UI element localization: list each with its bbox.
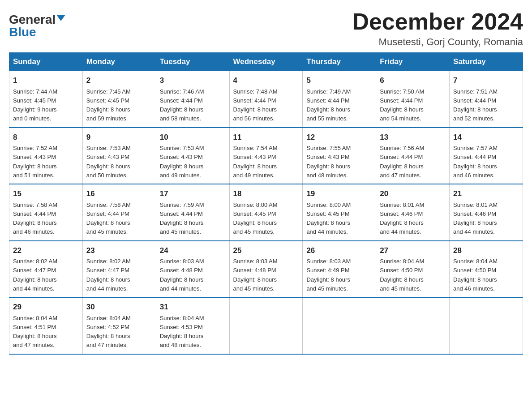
calendar-cell: 5 Sunrise: 7:49 AMSunset: 4:44 PMDayligh… — [303, 71, 376, 128]
weekday-header-thursday: Thursday — [303, 53, 376, 71]
weekday-header-saturday: Saturday — [450, 53, 523, 71]
calendar-cell: 30 Sunrise: 8:04 AMSunset: 4:52 PMDaylig… — [82, 297, 156, 354]
day-info: Sunrise: 7:53 AMSunset: 4:43 PMDaylight:… — [160, 145, 204, 179]
calendar-cell: 31 Sunrise: 8:04 AMSunset: 4:53 PMDaylig… — [156, 297, 229, 354]
calendar-cell: 23 Sunrise: 8:02 AMSunset: 4:47 PMDaylig… — [82, 241, 156, 298]
weekday-header-tuesday: Tuesday — [156, 53, 229, 71]
day-info: Sunrise: 7:56 AMSunset: 4:44 PMDaylight:… — [380, 145, 424, 179]
calendar-cell: 19 Sunrise: 8:00 AMSunset: 4:45 PMDaylig… — [303, 184, 376, 241]
weekday-header-row: SundayMondayTuesdayWednesdayThursdayFrid… — [9, 53, 523, 71]
day-info: Sunrise: 8:00 AMSunset: 4:45 PMDaylight:… — [233, 201, 278, 235]
calendar-cell: 16 Sunrise: 7:58 AMSunset: 4:44 PMDaylig… — [82, 184, 156, 241]
day-number: 26 — [306, 245, 372, 257]
day-info: Sunrise: 7:46 AMSunset: 4:44 PMDaylight:… — [160, 88, 204, 122]
weekday-header-sunday: Sunday — [9, 53, 83, 71]
day-info: Sunrise: 7:51 AMSunset: 4:44 PMDaylight:… — [453, 88, 498, 122]
day-number: 3 — [160, 75, 226, 86]
day-number: 30 — [86, 301, 152, 313]
calendar-cell: 8 Sunrise: 7:52 AMSunset: 4:43 PMDayligh… — [9, 128, 83, 184]
day-info: Sunrise: 8:04 AMSunset: 4:52 PMDaylight:… — [86, 315, 131, 349]
calendar-week-row: 29 Sunrise: 8:04 AMSunset: 4:51 PMDaylig… — [9, 297, 523, 354]
calendar-cell: 26 Sunrise: 8:03 AMSunset: 4:49 PMDaylig… — [303, 241, 376, 298]
day-number: 1 — [13, 75, 79, 86]
day-info: Sunrise: 7:54 AMSunset: 4:43 PMDaylight:… — [233, 145, 278, 179]
day-number: 29 — [13, 301, 79, 313]
location-title: Musetesti, Gorj County, Romania — [352, 36, 523, 48]
day-number: 27 — [380, 245, 446, 257]
day-number: 15 — [13, 188, 79, 200]
day-number: 22 — [13, 245, 79, 257]
calendar-cell — [376, 297, 450, 354]
day-number: 16 — [86, 188, 152, 200]
day-info: Sunrise: 8:04 AMSunset: 4:50 PMDaylight:… — [380, 258, 424, 292]
day-number: 5 — [306, 75, 372, 86]
calendar-cell: 3 Sunrise: 7:46 AMSunset: 4:44 PMDayligh… — [156, 71, 229, 128]
calendar-cell: 2 Sunrise: 7:45 AMSunset: 4:45 PMDayligh… — [82, 71, 156, 128]
day-info: Sunrise: 7:53 AMSunset: 4:43 PMDaylight:… — [86, 145, 131, 179]
calendar-cell: 27 Sunrise: 8:04 AMSunset: 4:50 PMDaylig… — [376, 241, 450, 298]
day-number: 8 — [13, 132, 79, 143]
day-number: 10 — [160, 132, 226, 143]
calendar-week-row: 1 Sunrise: 7:44 AMSunset: 4:45 PMDayligh… — [9, 71, 523, 128]
calendar-cell: 7 Sunrise: 7:51 AMSunset: 4:44 PMDayligh… — [450, 71, 523, 128]
calendar-cell: 15 Sunrise: 7:58 AMSunset: 4:44 PMDaylig… — [9, 184, 83, 241]
day-info: Sunrise: 8:03 AMSunset: 4:48 PMDaylight:… — [160, 258, 204, 292]
day-info: Sunrise: 8:02 AMSunset: 4:47 PMDaylight:… — [13, 258, 57, 292]
calendar-cell — [303, 297, 376, 354]
calendar-week-row: 22 Sunrise: 8:02 AMSunset: 4:47 PMDaylig… — [9, 241, 523, 298]
day-info: Sunrise: 7:59 AMSunset: 4:44 PMDaylight:… — [160, 201, 204, 235]
day-info: Sunrise: 7:49 AMSunset: 4:44 PMDaylight:… — [306, 88, 351, 122]
calendar-cell — [450, 297, 523, 354]
day-number: 6 — [380, 75, 446, 86]
calendar-cell: 6 Sunrise: 7:50 AMSunset: 4:44 PMDayligh… — [376, 71, 450, 128]
day-number: 2 — [86, 75, 152, 86]
calendar-cell: 25 Sunrise: 8:03 AMSunset: 4:48 PMDaylig… — [229, 241, 303, 298]
month-title: December 2024 — [352, 9, 523, 34]
day-number: 21 — [453, 188, 519, 200]
day-info: Sunrise: 8:01 AMSunset: 4:46 PMDaylight:… — [453, 201, 498, 235]
calendar-cell: 10 Sunrise: 7:53 AMSunset: 4:43 PMDaylig… — [156, 128, 229, 184]
day-number: 4 — [233, 75, 299, 86]
calendar-cell: 12 Sunrise: 7:55 AMSunset: 4:43 PMDaylig… — [303, 128, 376, 184]
calendar-week-row: 15 Sunrise: 7:58 AMSunset: 4:44 PMDaylig… — [9, 184, 523, 241]
calendar-cell: 28 Sunrise: 8:04 AMSunset: 4:50 PMDaylig… — [450, 241, 523, 298]
calendar-cell: 13 Sunrise: 7:56 AMSunset: 4:44 PMDaylig… — [376, 128, 450, 184]
calendar-cell: 17 Sunrise: 7:59 AMSunset: 4:44 PMDaylig… — [156, 184, 229, 241]
calendar-cell: 18 Sunrise: 8:00 AMSunset: 4:45 PMDaylig… — [229, 184, 303, 241]
calendar-cell: 21 Sunrise: 8:01 AMSunset: 4:46 PMDaylig… — [450, 184, 523, 241]
logo-triangle-icon — [56, 15, 65, 21]
day-info: Sunrise: 7:45 AMSunset: 4:45 PMDaylight:… — [86, 88, 131, 122]
day-number: 24 — [160, 245, 226, 257]
day-number: 11 — [233, 132, 299, 143]
calendar-cell: 29 Sunrise: 8:04 AMSunset: 4:51 PMDaylig… — [9, 297, 83, 354]
day-number: 19 — [306, 188, 372, 200]
logo: General Blue — [9, 9, 65, 39]
day-number: 12 — [306, 132, 372, 143]
day-info: Sunrise: 7:58 AMSunset: 4:44 PMDaylight:… — [13, 201, 57, 235]
day-info: Sunrise: 8:00 AMSunset: 4:45 PMDaylight:… — [306, 201, 351, 235]
title-block: December 2024 Musetesti, Gorj County, Ro… — [352, 9, 523, 48]
day-info: Sunrise: 8:04 AMSunset: 4:50 PMDaylight:… — [453, 258, 498, 292]
day-number: 7 — [453, 75, 519, 86]
day-number: 25 — [233, 245, 299, 257]
calendar-cell: 22 Sunrise: 8:02 AMSunset: 4:47 PMDaylig… — [9, 241, 83, 298]
day-number: 9 — [86, 132, 152, 143]
logo-general: General — [9, 13, 56, 26]
day-info: Sunrise: 8:01 AMSunset: 4:46 PMDaylight:… — [380, 201, 424, 235]
calendar-cell: 11 Sunrise: 7:54 AMSunset: 4:43 PMDaylig… — [229, 128, 303, 184]
calendar-cell: 9 Sunrise: 7:53 AMSunset: 4:43 PMDayligh… — [82, 128, 156, 184]
calendar-cell: 24 Sunrise: 8:03 AMSunset: 4:48 PMDaylig… — [156, 241, 229, 298]
weekday-header-wednesday: Wednesday — [229, 53, 303, 71]
day-number: 18 — [233, 188, 299, 200]
day-info: Sunrise: 7:52 AMSunset: 4:43 PMDaylight:… — [13, 145, 57, 179]
day-info: Sunrise: 7:55 AMSunset: 4:43 PMDaylight:… — [306, 145, 351, 179]
day-number: 17 — [160, 188, 226, 200]
page-header: General Blue December 2024 Musetesti, Go… — [9, 9, 523, 48]
day-info: Sunrise: 8:04 AMSunset: 4:53 PMDaylight:… — [160, 315, 204, 349]
weekday-header-monday: Monday — [82, 53, 156, 71]
calendar-cell: 20 Sunrise: 8:01 AMSunset: 4:46 PMDaylig… — [376, 184, 450, 241]
day-info: Sunrise: 7:48 AMSunset: 4:44 PMDaylight:… — [233, 88, 278, 122]
day-info: Sunrise: 7:57 AMSunset: 4:44 PMDaylight:… — [453, 145, 498, 179]
weekday-header-friday: Friday — [376, 53, 450, 71]
day-number: 28 — [453, 245, 519, 257]
